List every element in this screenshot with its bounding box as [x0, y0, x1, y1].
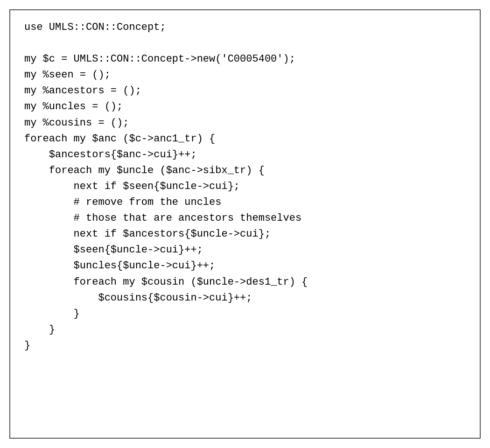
- code-container: use UMLS::CON::Concept; my $c = UMLS::CO…: [9, 9, 481, 439]
- code-block: use UMLS::CON::Concept; my $c = UMLS::CO…: [24, 20, 466, 354]
